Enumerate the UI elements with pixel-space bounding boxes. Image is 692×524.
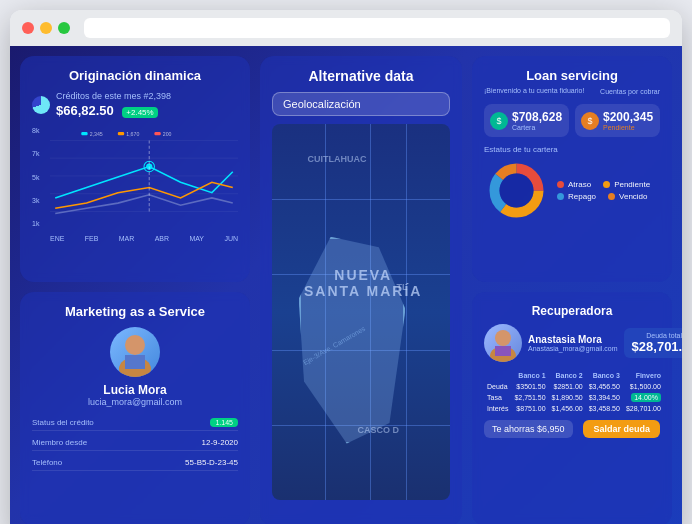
- svg-rect-10: [118, 132, 124, 135]
- x-ene: ENE: [50, 235, 64, 242]
- legend-repago: Repago Vencido: [557, 192, 650, 201]
- loan-pending-box: $ $200,345 Pendiente: [575, 104, 660, 137]
- geoloc-search[interactable]: [272, 92, 450, 116]
- recup-info: Anastasia Mora Anastasia_mora@gmail.com: [528, 334, 618, 352]
- orig-stats: Créditos de este mes #2,398 $66,82.50 +2…: [32, 91, 238, 119]
- dot-atraso: [557, 181, 564, 188]
- card-altdata: Alternative data CUITLAHUAC NUEVASANTA M…: [260, 56, 462, 524]
- loan-cartera-box: $ $708,628 Cartera: [484, 104, 569, 137]
- dot-red[interactable]: [22, 22, 34, 34]
- info-rows: Status del crédito 1.145 Miembro desde 1…: [32, 415, 238, 471]
- legend-atraso-text: Atraso: [568, 180, 591, 189]
- x-may: MAY: [189, 235, 204, 242]
- profile-name: Lucia Mora: [103, 383, 166, 397]
- svg-point-19: [125, 335, 145, 355]
- tasa-finvero-badge: 14.00%: [631, 393, 661, 402]
- deuda-finvero: $1,500.00: [623, 381, 664, 392]
- row-label-deuda: Deuda: [484, 381, 511, 392]
- card-recup: Recuperadora Anastasia Mora Anastasia_mo…: [472, 292, 672, 524]
- map-label-cuitlahuac: CUITLAHUAC: [308, 154, 367, 164]
- svg-text:200: 200: [163, 131, 172, 137]
- chart-y-labels: 8k 7k 5k 3k 1k: [32, 127, 39, 227]
- deuda-total-box: Deuda total $28,701.00: [624, 328, 682, 358]
- avatar: [110, 327, 160, 377]
- info-row-miembro: Miembro desde 12-9-2020: [32, 435, 238, 451]
- tasa-b1: $2,751.50: [511, 392, 548, 403]
- loan-pending-label: Pendiente: [603, 124, 653, 131]
- orig-credits-label: Créditos de este mes #2,398: [56, 91, 171, 101]
- orig-label-group: Créditos de este mes #2,398 $66,82.50 +2…: [56, 91, 171, 119]
- legend-vencido-text: Vencido: [619, 192, 647, 201]
- info-val-miembro: 12-9-2020: [202, 438, 238, 447]
- donut-chart: [484, 158, 549, 223]
- deuda-b1: $3501.50: [511, 381, 548, 392]
- street-v3: [406, 124, 407, 500]
- recup-email: Anastasia_mora@gmail.com: [528, 345, 618, 352]
- altdata-title: Alternative data: [272, 68, 450, 84]
- table-row-interes: Interés $8751.00 $1,456.00 $3,458.50 $28…: [484, 403, 664, 414]
- loan-welcome: ¡Bienvenido a tu cuenta fiduario!: [484, 87, 584, 94]
- recup-name: Anastasia Mora: [528, 334, 618, 345]
- loan-cartera-fig: $708,628: [512, 110, 562, 124]
- info-row-tel: Teléfono 55-B5-D-23-45: [32, 455, 238, 471]
- browser-window: Originación dinamica Créditos de este me…: [10, 10, 682, 524]
- y-label-7k: 7k: [32, 150, 39, 157]
- x-feb: FEB: [85, 235, 99, 242]
- savings-box: Te ahorras $6,950: [484, 420, 573, 438]
- savings-amount: $6,950: [537, 424, 565, 434]
- tasa-b3: $3,394.50: [586, 392, 623, 403]
- y-label-8k: 8k: [32, 127, 39, 134]
- map-area: CUITLAHUAC NUEVASANTA MARÍA TL CASCO D E…: [272, 124, 450, 500]
- interes-finvero: $28,701.00: [623, 403, 664, 414]
- saldar-deuda-button[interactable]: Saldar deuda: [583, 420, 660, 438]
- col-header-b2: Banco 2: [549, 370, 586, 381]
- map-label-tl: TL: [397, 282, 408, 292]
- dashboard: Originación dinamica Créditos de este me…: [10, 46, 682, 524]
- info-val-tel: 55-B5-D-23-45: [185, 458, 238, 467]
- chart-svg: 2,345 1,670 200: [50, 127, 238, 227]
- recup-table: Banco 1 Banco 2 Banco 3 Finvero Deuda $3…: [484, 370, 664, 414]
- tasa-finvero: 14.00%: [623, 392, 664, 403]
- estatus-label: Estatus de tu cartera: [484, 145, 660, 154]
- card-originacion: Originación dinamica Créditos de este me…: [20, 56, 250, 282]
- profile-email: lucia_mora@gmail.com: [88, 397, 182, 407]
- loan-pending-info: $200,345 Pendiente: [603, 110, 653, 131]
- loan-cartera-info: $708,628 Cartera: [512, 110, 562, 131]
- svg-rect-24: [495, 346, 511, 356]
- svg-text:2,345: 2,345: [90, 131, 103, 137]
- street-h1: [272, 199, 450, 200]
- x-abr: ABR: [155, 235, 169, 242]
- legend-repago-text: Repago: [568, 192, 596, 201]
- avatar-svg: [110, 327, 160, 377]
- svg-point-18: [500, 174, 534, 208]
- recup-profile: Anastasia Mora Anastasia_mora@gmail.com …: [484, 324, 660, 362]
- loan-cartera-icon: $: [490, 112, 508, 130]
- deuda-total-label: Deuda total: [632, 332, 682, 339]
- interes-b3: $3,458.50: [586, 403, 623, 414]
- originacion-title: Originación dinamica: [32, 68, 238, 83]
- dot-repago: [557, 193, 564, 200]
- svg-text:1,670: 1,670: [126, 131, 139, 137]
- chart-area: 8k 7k 5k 3k 1k: [32, 127, 238, 227]
- recup-footer: Te ahorras $6,950 Saldar deuda: [484, 420, 660, 438]
- info-key-miembro: Miembro desde: [32, 438, 87, 447]
- legend-atraso: Atraso Pendiente: [557, 180, 650, 189]
- svg-rect-12: [154, 132, 160, 135]
- dot-yellow[interactable]: [40, 22, 52, 34]
- deuda-total-amount: $28,701.00: [632, 339, 682, 354]
- x-jun: JUN: [224, 235, 238, 242]
- loan-amounts: $ $708,628 Cartera $ $200,345 Pendiente: [484, 104, 660, 137]
- dot-vencido: [608, 193, 615, 200]
- deuda-b2: $2851.00: [549, 381, 586, 392]
- recup-avatar-svg: [484, 324, 522, 362]
- interes-b1: $8751.00: [511, 403, 548, 414]
- y-label-5k: 5k: [32, 174, 39, 181]
- dot-green[interactable]: [58, 22, 70, 34]
- orig-circle-icon: [32, 96, 50, 114]
- card-loan: Loan servicing ¡Bienvenido a tu cuenta f…: [472, 56, 672, 282]
- row-label-interes: Interés: [484, 403, 511, 414]
- svg-rect-8: [81, 132, 87, 135]
- url-bar[interactable]: [84, 18, 670, 38]
- y-label-3k: 3k: [32, 197, 39, 204]
- table-row-tasa: Tasa $2,751.50 $1,890.50 $3,394.50 14.00…: [484, 392, 664, 403]
